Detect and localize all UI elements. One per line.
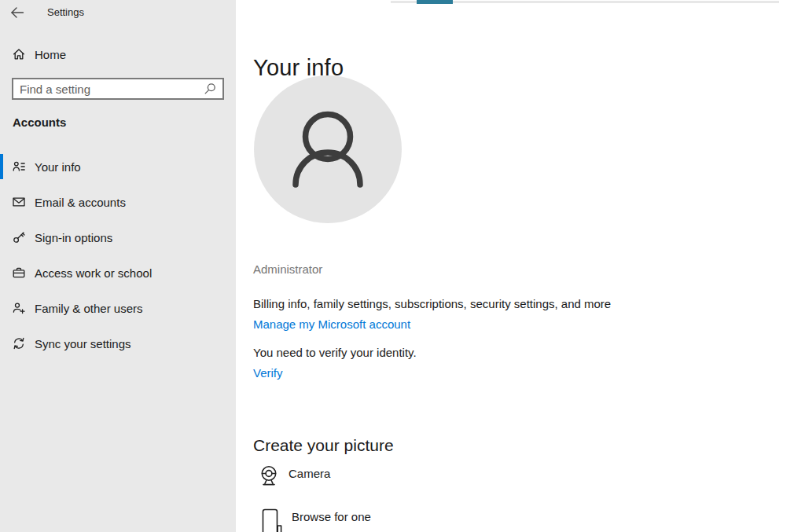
manage-account-link[interactable]: Manage my Microsoft account [253,317,410,331]
email-icon [13,196,25,208]
sidebar-item-home[interactable]: Home [0,41,236,68]
titlebar: Settings [0,0,236,27]
sidebar-item-sign-in-options[interactable]: Sign-in options [0,223,236,251]
sidebar: Settings Home Accounts [0,0,236,532]
sidebar-item-sync-settings[interactable]: Sync your settings [0,329,236,358]
window-title: Settings [47,6,84,18]
search-icon[interactable] [204,83,216,95]
sidebar-item-label: Your info [35,160,81,174]
progress-bar-fill [417,0,453,4]
main-content: Your info Administrator Billing info, fa… [236,0,805,532]
browse-option-label: Browse for one [292,510,371,523]
search-box [12,78,224,100]
settings-window: Settings Home Accounts [0,0,805,532]
sidebar-item-access-work-school[interactable]: Access work or school [0,259,236,287]
contact-card-icon [13,160,25,173]
avatar [254,75,402,223]
browse-option[interactable]: Browse for one [262,508,371,532]
sync-icon [13,337,25,350]
sidebar-item-email-accounts[interactable]: Email & accounts [0,188,236,216]
verify-link[interactable]: Verify [253,366,283,380]
sidebar-item-label: Sync your settings [35,337,131,350]
sidebar-item-label: Home [35,48,66,61]
verify-identity-text: You need to verify your identity. [253,346,417,359]
sidebar-item-label: Access work or school [35,266,152,280]
key-icon [13,231,25,244]
sidebar-item-label: Email & accounts [35,196,126,209]
person-icon [254,75,402,223]
sidebar-item-label: Family & other users [35,302,143,315]
sidebar-item-your-info[interactable]: Your info [0,152,236,181]
home-icon [13,48,25,61]
camera-option-label: Camera [289,467,330,480]
sidebar-item-label: Sign-in options [35,231,112,244]
back-icon[interactable] [10,6,24,20]
create-picture-heading: Create your picture [253,436,394,455]
webcam-icon [259,465,279,492]
browse-file-icon [262,508,282,532]
camera-option[interactable]: Camera [259,465,330,492]
sidebar-section-accounts: Accounts [13,116,66,129]
person-add-icon [13,302,25,314]
search-input[interactable] [13,83,204,96]
account-name: Administrator [253,262,322,276]
billing-info-text: Billing info, family settings, subscript… [253,297,611,310]
briefcase-icon [13,266,25,279]
sidebar-item-family-other-users[interactable]: Family & other users [0,294,236,322]
